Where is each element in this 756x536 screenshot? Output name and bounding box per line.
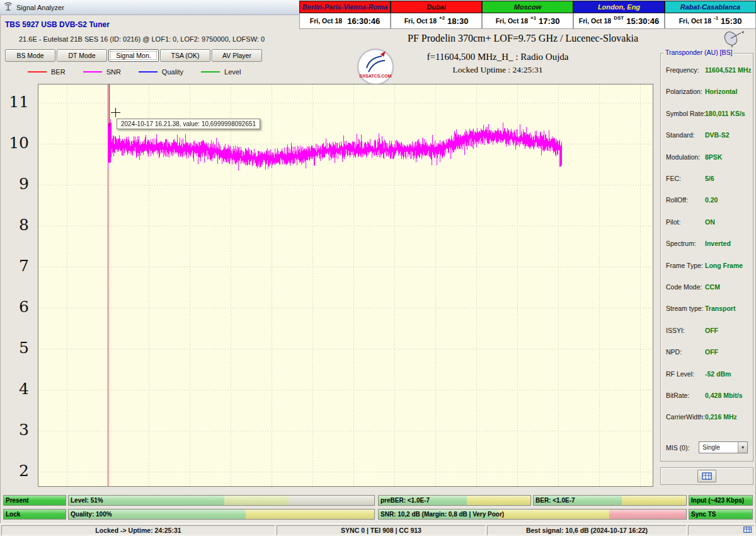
clock-utc-offset: +2: [439, 15, 445, 21]
meter-level: Level: 51%: [68, 495, 375, 506]
y-axis-tick: 6: [0, 296, 29, 317]
meter-sync-ts: Sync TS: [689, 509, 753, 520]
y-axis-tick: 8: [0, 214, 29, 235]
mis-dropdown-arrow-icon[interactable]: ▼: [738, 442, 747, 453]
statusbar-lock-uptime: Locked -> Uptime: 24:25:31: [1, 525, 275, 535]
clock-time: Fri, Oct 18+117:30: [482, 13, 573, 29]
tab-tsa-ok[interactable]: TSA (OK): [160, 49, 210, 62]
meter-label: Level: 51%: [71, 497, 103, 504]
world-clock-london-eng: London, EngFri, Oct 18DST15:30:46: [573, 1, 665, 29]
transponder-panel-title: Transponder (AU) [BS]: [663, 49, 734, 56]
meter-preber: preBER: <1.0E-7: [378, 495, 531, 506]
transponder-field-label: Standard:: [666, 131, 695, 139]
world-clock-berlin-paris-vienna-roma: Berlin-Paris-Vienna-RomaFri, Oct 1816:30…: [299, 1, 391, 29]
export-table-icon: [702, 472, 712, 480]
transponder-field-value: 11604,521 MHz: [705, 66, 752, 74]
log-grid-icon[interactable]: [743, 527, 752, 534]
statusbar-sync-counters: SYNC 0 | TEI 908 | CC 913: [277, 525, 486, 535]
legend-item-quality: Quality: [139, 68, 183, 76]
clock-hms: 18:30: [447, 16, 468, 26]
tab-av-player[interactable]: AV Player: [212, 49, 262, 62]
y-axis-tick: 9: [0, 173, 29, 194]
meter-present: Present: [3, 495, 66, 506]
y-axis-tick: 5: [0, 337, 29, 358]
transponder-field-label: Polarization:: [666, 88, 702, 95]
transponder-row-symbol-rate: Symbol Rate:180,011 KS/s: [661, 110, 753, 121]
legend-item-ber: BER: [28, 68, 66, 76]
legend-item-level: Level: [201, 68, 241, 76]
meter-label: SNR: 10,2 dB (Margin: 0,8 dB | Very Poor…: [381, 511, 504, 518]
y-axis-tick: 2: [0, 460, 29, 481]
clock-date: Fri, Oct 18: [310, 17, 342, 25]
transponder-row-frame-type: Frame Type:Long Frame: [661, 262, 753, 273]
tab-signal-mon[interactable]: Signal Mon.: [108, 49, 159, 62]
satellite-dish-glyph: [722, 30, 746, 48]
transponder-field-value: 180,011 KS/s: [705, 110, 745, 117]
transponder-field-label: Frame Type:: [666, 262, 703, 269]
status-meters: PresentLevel: 51%preBER: <1.0E-7BER: <1.…: [0, 495, 756, 521]
clock-date: Fri, Oct 18: [404, 17, 437, 25]
legend-item-snr: SNR: [83, 68, 121, 76]
site-info: PF Prodelin 370cm+ LOF=9.75 GHz / Lucene…: [290, 33, 756, 44]
transponder-field-value: Long Frame: [705, 262, 743, 269]
transponder-panel: Transponder (AU) [BS] Frequency:11604,52…: [660, 53, 753, 462]
transponder-field-value: 0,428 Mbit/s: [705, 392, 743, 399]
transponder-row-standard: Standard:DVB-S2: [661, 131, 753, 143]
y-axis-tick: 11: [0, 91, 29, 112]
log-grid-icon-glyph: [743, 527, 752, 533]
export-button[interactable]: [697, 470, 716, 482]
world-clock-rabat-casablanca: Rabat-CasablancaFri, Oct 18-115:30: [665, 1, 756, 29]
clock-city-label: Berlin-Paris-Vienna-Roma: [299, 1, 391, 13]
meter-label: Lock: [6, 511, 20, 518]
meter-segment: [289, 496, 374, 505]
meter-segment: [622, 496, 686, 505]
transponder-field-value: Horizontal: [705, 88, 737, 95]
legend-label: BER: [51, 68, 66, 76]
mis-selected-value: Single: [699, 444, 738, 451]
clock-city-label: London, Eng: [573, 1, 665, 13]
clock-city-label: Moscow: [482, 1, 573, 13]
clock-time: Fri, Oct 1816:30:46: [299, 13, 391, 29]
meter-segment: [498, 510, 609, 519]
signal-chart-canvas[interactable]: [38, 84, 653, 486]
clock-time: Fri, Oct 18-115:30: [665, 13, 756, 29]
meter-label: Present: [6, 497, 29, 504]
transponder-field-value: OFF: [705, 327, 718, 334]
crosshair-cursor: [111, 108, 120, 117]
legend-color-line: [201, 71, 220, 73]
transponder-field-value: 0,216 MHz: [705, 413, 737, 421]
clock-utc-offset: +1: [530, 15, 536, 21]
clock-hms: 16:30:46: [347, 16, 380, 26]
meter-label: Input (~423 Kbps): [691, 497, 744, 504]
legend-label: SNR: [106, 68, 121, 76]
signal-chart[interactable]: 2024-10-17 16.21.38, value: 10,699999809…: [38, 84, 653, 487]
meter-snr: SNR: 10,2 dB (Margin: 0,8 dB | Very Poor…: [378, 509, 687, 520]
transponder-field-value: 0.20: [705, 196, 718, 204]
legend-color-line: [139, 71, 158, 73]
transponder-field-label: CarrierWidth:: [666, 413, 705, 421]
meter-segment: [609, 510, 686, 519]
transponder-row-bitrate: BitRate:0,428 Mbit/s: [661, 392, 753, 403]
transponder-field-value: Inverted: [705, 240, 731, 247]
tab-dt-mode[interactable]: DT Mode: [57, 49, 107, 62]
meter-segment: [467, 496, 530, 505]
y-axis-tick: 7: [0, 255, 29, 276]
transponder-row-rolloff: RollOff:0.20: [661, 196, 753, 207]
meter-label: BER: <1.0E-7: [536, 497, 575, 504]
clock-city-label: Dubai: [391, 1, 482, 13]
satellite-dish-icon: [722, 30, 746, 50]
clock-utc-offset: DST: [614, 15, 624, 21]
transponder-field-value: CCM: [705, 283, 720, 291]
clock-date: Fri, Oct 18: [579, 17, 611, 25]
transponder-field-value: ON: [705, 218, 715, 226]
transponder-row-polarization: Polarization:Horizontal: [661, 88, 753, 99]
y-axis-tick: 4: [0, 378, 29, 399]
chart-legend: BERSNRQualityLevel: [28, 67, 241, 76]
transponder-field-label: FEC:: [666, 175, 681, 182]
transponder-field-label: Pilot:: [666, 218, 680, 226]
transponder-row-pilot: Pilot:ON: [661, 218, 753, 230]
transponder-field-value: 5/6: [705, 175, 714, 182]
transponder-field-label: Code Mode:: [666, 283, 702, 291]
mis-select[interactable]: Single ▼: [699, 441, 748, 453]
transponder-row-npd: NPD:OFF: [661, 348, 753, 359]
